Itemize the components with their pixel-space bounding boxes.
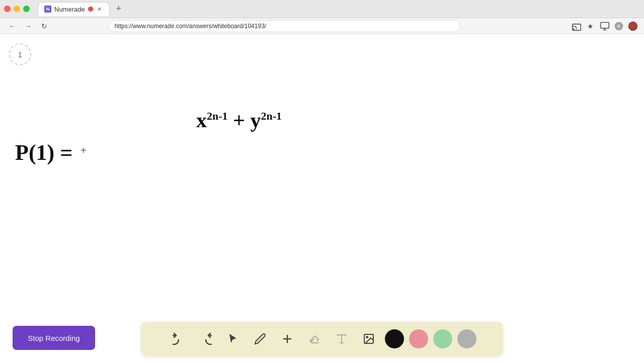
new-tab-button[interactable]: + xyxy=(112,2,126,16)
select-tool-button[interactable] xyxy=(221,327,245,351)
undo-button[interactable] xyxy=(167,327,191,351)
extension-icon[interactable] xyxy=(628,21,638,31)
address-bar: ← → ↻ https://www.numerade.com/answers/w… xyxy=(0,18,644,34)
color-gray[interactable] xyxy=(457,329,476,348)
color-pink[interactable] xyxy=(409,329,428,348)
add-tool-button[interactable] xyxy=(275,327,299,351)
color-black[interactable] xyxy=(385,329,404,348)
pen-tool-button[interactable] xyxy=(248,327,272,351)
eraser-tool-button[interactable] xyxy=(302,327,327,351)
browser-frame: Numerade ✕ + ← → ↻ https://www.numerade.… xyxy=(0,0,644,362)
svg-point-9 xyxy=(366,336,368,338)
text-tool-button[interactable] xyxy=(330,327,354,351)
traffic-lights xyxy=(4,6,30,12)
tab-record-dot xyxy=(88,7,93,12)
title-bar: Numerade ✕ + xyxy=(0,0,644,18)
image-tool-button[interactable] xyxy=(357,327,381,351)
back-button[interactable]: ← xyxy=(6,20,18,32)
maximize-traffic-light[interactable] xyxy=(23,6,30,12)
redo-button[interactable] xyxy=(194,327,218,351)
close-traffic-light[interactable] xyxy=(4,6,11,12)
p1-expression: P(1) = xyxy=(15,140,72,165)
desktop-icon[interactable] xyxy=(600,21,610,31)
color-green[interactable] xyxy=(433,329,452,348)
active-tab[interactable]: Numerade ✕ xyxy=(38,2,110,16)
stop-recording-button[interactable]: Stop Recording xyxy=(13,326,95,350)
page-number: 1 xyxy=(18,50,22,59)
minimize-traffic-light[interactable] xyxy=(14,6,20,12)
svg-point-1 xyxy=(573,29,574,30)
url-text: https://www.numerade.com/answers/whitebo… xyxy=(115,23,267,30)
page-indicator[interactable]: 1 xyxy=(9,43,31,65)
tab-bar: Numerade ✕ + xyxy=(38,2,640,16)
forward-button[interactable]: → xyxy=(22,20,34,32)
browser-toolbar-icons: ★ G xyxy=(572,21,638,31)
bookmark-icon[interactable]: ★ xyxy=(586,21,596,31)
tab-title: Numerade xyxy=(54,6,85,13)
refresh-button[interactable]: ↻ xyxy=(38,20,50,32)
cast-icon[interactable] xyxy=(572,21,582,31)
svg-rect-2 xyxy=(601,22,609,28)
svg-text:G: G xyxy=(617,24,620,29)
math-expression: x2n-1 + y2n-1 xyxy=(196,110,282,131)
tab-close-button[interactable]: ✕ xyxy=(96,6,103,13)
cursor-plus: + xyxy=(80,145,87,156)
whiteboard[interactable]: 1 x2n-1 + y2n-1 P(1) = + Stop Recording xyxy=(0,34,644,362)
tab-favicon xyxy=(44,6,51,13)
profile-icon[interactable]: G xyxy=(614,21,624,31)
toolbar xyxy=(141,322,503,356)
url-bar[interactable]: https://www.numerade.com/answers/whitebo… xyxy=(108,20,460,32)
svg-point-5 xyxy=(629,22,637,30)
